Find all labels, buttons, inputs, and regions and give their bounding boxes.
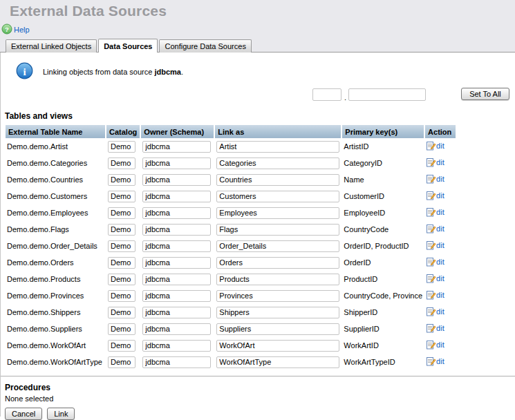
external-table-name: Demo.demo.Products xyxy=(7,275,80,283)
link-as-input[interactable] xyxy=(216,274,339,285)
catalog-input[interactable] xyxy=(108,174,135,186)
link-button[interactable]: Link xyxy=(47,408,75,420)
column-action: Action xyxy=(425,125,456,138)
edit-icon xyxy=(427,323,436,333)
catalog-input[interactable] xyxy=(108,257,135,269)
cancel-button[interactable]: Cancel xyxy=(5,408,42,420)
catalog-input[interactable] xyxy=(108,207,135,219)
owner-schema-input[interactable] xyxy=(142,158,211,169)
catalog-input[interactable] xyxy=(108,141,135,153)
catalog-input[interactable] xyxy=(108,340,135,352)
tab-external-linked-objects[interactable]: External Linked Objects xyxy=(6,39,97,52)
edit-link[interactable]: dit xyxy=(427,307,444,316)
link-as-input[interactable] xyxy=(216,224,339,236)
link-as-input[interactable] xyxy=(216,207,339,219)
edit-link[interactable]: dit xyxy=(427,224,444,233)
catalog-input[interactable] xyxy=(108,224,135,236)
tab-configure-data-sources[interactable]: Configure Data Sources xyxy=(159,39,251,52)
edit-icon xyxy=(427,158,436,167)
header-band: External Data Sources ? Help External Li… xyxy=(0,0,515,52)
catalog-input[interactable] xyxy=(108,307,135,318)
edit-link-label: dit xyxy=(436,258,444,266)
link-as-input[interactable] xyxy=(216,257,339,269)
link-as-input[interactable] xyxy=(216,141,339,153)
owner-schema-input[interactable] xyxy=(142,307,211,318)
edit-link-label: dit xyxy=(436,142,444,150)
edit-link[interactable]: dit xyxy=(427,141,444,151)
owner-schema-input[interactable] xyxy=(142,340,211,352)
edit-link[interactable]: dit xyxy=(427,158,444,167)
owner-schema-input[interactable] xyxy=(142,224,211,236)
catalog-input[interactable] xyxy=(108,274,135,285)
catalog-input[interactable] xyxy=(108,158,135,169)
catalog-input[interactable] xyxy=(108,356,135,368)
external-table-name: Demo.demo.Orders xyxy=(7,258,74,267)
tab-data-sources[interactable]: Data Sources xyxy=(98,39,158,52)
edit-link[interactable]: dit xyxy=(427,323,444,333)
footer-buttons: Cancel Link xyxy=(5,408,515,420)
link-as-input[interactable] xyxy=(216,158,339,169)
catalog-input[interactable] xyxy=(108,240,135,252)
set-all-catalog-input[interactable] xyxy=(312,88,341,101)
tables-and-views-table: External Table Name Catalog Owner (Schem… xyxy=(4,125,457,370)
tables-section-title: Tables and views xyxy=(5,111,515,121)
edit-link[interactable]: dit xyxy=(427,340,444,350)
edit-link-label: dit xyxy=(436,357,444,365)
column-catalog: Catalog xyxy=(106,125,140,138)
table-row: Demo.demo.WorkOfArtWorkArtIDdit xyxy=(6,337,456,354)
edit-link[interactable]: dit xyxy=(427,207,444,217)
owner-schema-input[interactable] xyxy=(142,174,211,186)
primary-keys: SupplierID xyxy=(344,325,379,333)
external-table-name: Demo.demo.Artist xyxy=(7,142,68,151)
link-as-input[interactable] xyxy=(216,240,339,252)
link-as-input[interactable] xyxy=(216,323,339,335)
primary-keys: CategoryID xyxy=(344,159,382,167)
owner-schema-input[interactable] xyxy=(142,290,211,302)
page-title: External Data Sources xyxy=(10,3,515,19)
primary-keys: WorkArtTypeID xyxy=(344,358,395,366)
owner-schema-input[interactable] xyxy=(142,141,211,153)
column-link-as: Link as xyxy=(215,125,341,138)
table-row: Demo.demo.ArtistArtistIDdit xyxy=(6,138,456,155)
edit-icon xyxy=(427,307,436,316)
set-to-all-button[interactable]: Set To All xyxy=(461,88,509,100)
catalog-input[interactable] xyxy=(108,191,135,202)
owner-schema-input[interactable] xyxy=(142,323,211,335)
tab-bar: External Linked Objects Data Sources Con… xyxy=(0,37,515,52)
owner-schema-input[interactable] xyxy=(142,191,211,202)
edit-link[interactable]: dit xyxy=(427,356,444,366)
owner-schema-input[interactable] xyxy=(142,207,211,219)
help-link[interactable]: Help xyxy=(14,26,30,34)
set-all-schema-input[interactable] xyxy=(348,88,426,101)
catalog-input[interactable] xyxy=(108,323,135,335)
link-as-input[interactable] xyxy=(216,307,339,318)
edit-link[interactable]: dit xyxy=(427,240,444,250)
edit-link[interactable]: dit xyxy=(427,290,444,300)
svg-text:i: i xyxy=(23,66,26,77)
edit-link[interactable]: dit xyxy=(427,257,444,267)
edit-link[interactable]: dit xyxy=(427,191,444,200)
edit-link[interactable]: dit xyxy=(427,174,444,184)
link-as-input[interactable] xyxy=(216,356,339,368)
link-as-input[interactable] xyxy=(216,290,339,302)
table-row: Demo.demo.ProductsProductIDdit xyxy=(6,271,456,287)
link-as-input[interactable] xyxy=(216,174,339,186)
edit-link-label: dit xyxy=(436,208,444,216)
owner-schema-input[interactable] xyxy=(142,274,211,285)
link-as-input[interactable] xyxy=(216,340,339,352)
edit-link[interactable]: dit xyxy=(427,274,444,283)
table-row: Demo.demo.Order_DetailsOrderID, ProductI… xyxy=(6,238,456,254)
data-source-name: jdbcma xyxy=(154,68,181,76)
table-row: Demo.demo.ProvincesCountryCode, Province… xyxy=(6,287,456,304)
owner-schema-input[interactable] xyxy=(142,356,211,368)
procedures-status: None selected xyxy=(5,394,515,403)
catalog-input[interactable] xyxy=(108,290,135,302)
help-icon: ? xyxy=(1,23,12,36)
external-table-name: Demo.demo.Shippers xyxy=(7,308,80,316)
external-table-name: Demo.demo.WorkOfArt xyxy=(7,341,86,350)
owner-schema-input[interactable] xyxy=(142,240,211,252)
edit-link-label: dit xyxy=(436,241,444,249)
primary-keys: CountryCode xyxy=(344,225,388,233)
owner-schema-input[interactable] xyxy=(142,257,211,269)
link-as-input[interactable] xyxy=(216,191,339,202)
